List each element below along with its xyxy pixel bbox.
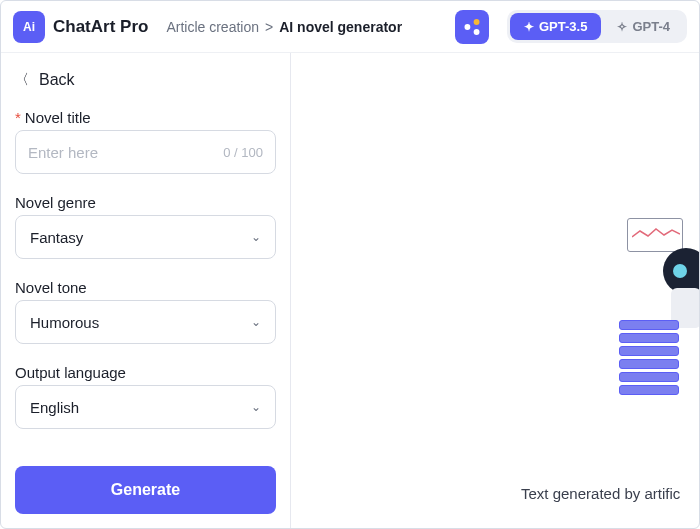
tone-value: Humorous — [30, 314, 99, 331]
model-gpt35-button[interactable]: ✦ GPT-3.5 — [510, 13, 601, 40]
chevron-down-icon: ⌄ — [251, 230, 261, 244]
sparkle-icon: ✦ — [524, 20, 534, 34]
header: Ai ChatArt Pro Article creation > AI nov… — [1, 1, 699, 53]
title-input[interactable] — [28, 144, 223, 161]
breadcrumb-current: AI novel generator — [279, 19, 402, 35]
genre-label: Novel genre — [15, 194, 276, 211]
robot-illustration — [619, 218, 699, 408]
required-mark: * — [15, 109, 21, 126]
output-caption: Text generated by artific — [521, 485, 680, 502]
genre-value: Fantasy — [30, 229, 83, 246]
model-gpt4-button[interactable]: ✧ GPT-4 — [603, 13, 684, 40]
wand-icon: ✧ — [617, 20, 627, 34]
breadcrumb-parent[interactable]: Article creation — [166, 19, 259, 35]
svg-point-0 — [464, 24, 470, 30]
title-label: *Novel title — [15, 109, 276, 126]
chevron-down-icon: ⌄ — [251, 400, 261, 414]
back-label: Back — [39, 71, 75, 89]
genre-select[interactable]: Fantasy ⌄ — [15, 215, 276, 259]
tone-select[interactable]: Humorous ⌄ — [15, 300, 276, 344]
language-label: Output language — [15, 364, 276, 381]
language-select[interactable]: English ⌄ — [15, 385, 276, 429]
title-input-wrap[interactable]: 0 / 100 — [15, 130, 276, 174]
svg-point-1 — [474, 19, 480, 25]
chevron-left-icon: 〈 — [15, 71, 29, 89]
logo-icon: Ai — [13, 11, 45, 43]
main-panel: Text generated by artific — [291, 53, 699, 528]
sidebar: 〈 Back *Novel title 0 / 100 Novel genre … — [1, 53, 291, 528]
model-label: GPT-3.5 — [539, 19, 587, 34]
logo-text: ChatArt Pro — [53, 17, 148, 37]
chevron-down-icon: ⌄ — [251, 315, 261, 329]
svg-point-2 — [474, 29, 480, 35]
back-button[interactable]: 〈 Back — [15, 71, 276, 89]
language-value: English — [30, 399, 79, 416]
logo[interactable]: Ai ChatArt Pro — [13, 11, 148, 43]
model-label: GPT-4 — [632, 19, 670, 34]
generate-button[interactable]: Generate — [15, 466, 276, 514]
tone-label: Novel tone — [15, 279, 276, 296]
share-icon[interactable] — [455, 10, 489, 44]
breadcrumb: Article creation > AI novel generator — [166, 19, 402, 35]
breadcrumb-sep: > — [265, 19, 273, 35]
title-char-count: 0 / 100 — [223, 145, 263, 160]
model-toggle: ✦ GPT-3.5 ✧ GPT-4 — [507, 10, 687, 43]
